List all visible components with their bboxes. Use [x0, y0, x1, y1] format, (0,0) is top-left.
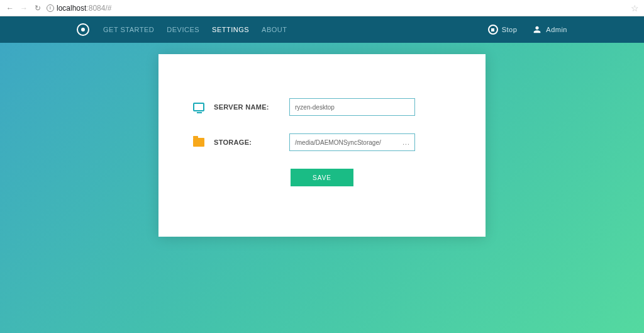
browse-button[interactable]: ...	[400, 137, 413, 148]
storage-input[interactable]	[289, 133, 415, 151]
nav-get-started[interactable]: GET STARTED	[103, 26, 154, 33]
monitor-icon	[193, 103, 204, 111]
user-icon[interactable]	[532, 25, 542, 35]
browser-address-bar: ← → ↻ i localhost:8084/# ☆	[0, 0, 644, 16]
storage-label: STORAGE:	[214, 138, 289, 146]
server-name-label: SERVER NAME:	[214, 103, 289, 111]
url-host[interactable]: localhost	[57, 4, 86, 13]
app-logo-icon[interactable]	[77, 23, 89, 36]
nav-devices[interactable]: DEVICES	[167, 26, 199, 33]
reload-button[interactable]: ↻	[33, 4, 43, 13]
admin-label[interactable]: Admin	[546, 26, 567, 33]
storage-row: STORAGE: ...	[190, 133, 454, 151]
url-port: :8084/#	[86, 4, 111, 13]
page-background: GET STARTED DEVICES SETTINGS ABOUT Stop …	[0, 16, 644, 333]
nav-settings[interactable]: SETTINGS	[212, 26, 249, 33]
back-button[interactable]: ←	[5, 4, 15, 13]
bookmark-star-icon[interactable]: ☆	[631, 3, 639, 13]
nav-about[interactable]: ABOUT	[262, 26, 287, 33]
server-name-row: SERVER NAME:	[190, 98, 454, 116]
settings-card: SERVER NAME: STORAGE: ... SAVE	[158, 54, 486, 237]
forward-button[interactable]: →	[19, 4, 29, 13]
stop-icon[interactable]	[488, 25, 498, 35]
stop-button[interactable]: Stop	[502, 26, 518, 33]
app-header: GET STARTED DEVICES SETTINGS ABOUT Stop …	[0, 16, 644, 43]
folder-icon	[193, 138, 204, 147]
site-info-icon[interactable]: i	[47, 4, 54, 12]
server-name-input[interactable]	[289, 98, 415, 116]
save-button[interactable]: SAVE	[291, 169, 353, 186]
